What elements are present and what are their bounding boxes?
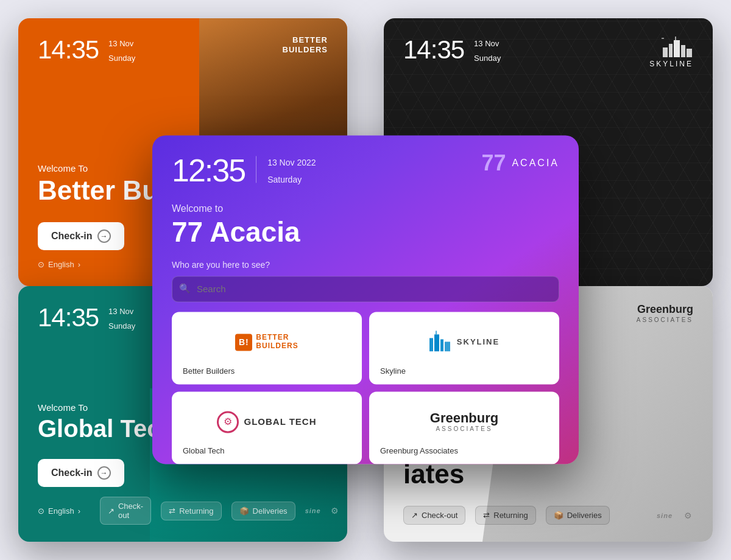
acacia-logo-mark: 77	[481, 152, 506, 174]
globaltech-text: GLOBAL TECH	[244, 416, 316, 427]
greenburg-logo: Greenburg ASSOCIATES	[637, 303, 693, 324]
tablet-search-section: Who are you here to see? 🔍	[152, 248, 579, 312]
skyline-company-text: SKYLINE	[457, 337, 500, 346]
global-tech-gear-icon[interactable]: ⚙	[331, 505, 339, 516]
bb-company-name: Better Builders	[183, 366, 351, 376]
greenburg-deliveries-button[interactable]: 📦 Deliveries	[546, 506, 610, 525]
svg-rect-2	[674, 40, 680, 57]
greenburg-logo-area-grid: Greenburg ASSOCIATES	[380, 404, 548, 440]
tablet-time-divider	[256, 156, 256, 183]
checkout-icon: ↗	[411, 511, 418, 520]
returning-icon: ⇄	[169, 506, 175, 516]
greenburg-sine-logo: sine	[657, 512, 673, 519]
global-tech-bottom-row: ⊙ English › ↗ Check-out ⇄ Returning 📦 De…	[38, 497, 328, 525]
search-label: Who are you here to see?	[172, 260, 559, 270]
tablet-time-block: 12:35 13 Nov 2022 Saturday	[172, 152, 316, 189]
skyline-time: 14:35	[403, 35, 464, 65]
bb-logo: BETTER BUILDERS	[283, 35, 328, 54]
company-grid: B! BETTER BUILDERS Better Builders	[152, 312, 579, 464]
bb-date-line2: Sunday	[108, 52, 135, 65]
svg-rect-1	[669, 44, 673, 57]
greenburg-company-name: Greenburg Associates	[380, 446, 548, 455]
skyline-date-line1: 13 Nov	[474, 38, 501, 50]
bb-date-line1: 13 Nov	[108, 38, 135, 50]
acacia-logo-text: ACACIA	[512, 158, 559, 169]
globaltech-logo-area: GLOBAL TECH	[183, 404, 351, 440]
bb-checkin-button[interactable]: Check-in →	[38, 222, 124, 250]
global-tech-checkout-button[interactable]: ↗ Check-out	[100, 497, 151, 525]
svg-rect-4	[687, 49, 692, 57]
bb-company-logo: B! BETTER BUILDERS	[235, 334, 298, 351]
tablet-header: 12:35 13 Nov 2022 Saturday 77 ACACIA	[152, 135, 579, 189]
skyline-date-line2: Sunday	[474, 52, 501, 65]
greenburg-bottom-row: ↗ Check-out ⇄ Returning 📦 Deliveries sin…	[403, 506, 693, 525]
chevron-icon: ›	[78, 260, 80, 269]
greenburg-company-logo: Greenburg ASSOCIATES	[430, 411, 498, 432]
globaltech-company-name: Global Tech	[183, 446, 351, 455]
globaltech-logo: GLOBAL TECH	[217, 411, 316, 433]
greenburg-checkout-button[interactable]: ↗ Check-out	[403, 506, 465, 525]
company-card-skyline[interactable]: SKYLINE Skyline	[369, 312, 559, 384]
global-tech-checkin-arrow: →	[97, 466, 111, 480]
svg-rect-10	[445, 341, 450, 351]
svg-rect-7	[429, 338, 433, 351]
company-card-globaltech[interactable]: GLOBAL TECH Global Tech	[172, 391, 362, 464]
bb-date: 13 Nov Sunday	[108, 35, 135, 64]
global-tech-date: 13 Nov Sunday	[108, 303, 135, 332]
tablet-welcome: Welcome to 77 Acacia	[152, 189, 579, 248]
skyline-logo: SKYLINE	[649, 35, 693, 68]
svg-rect-0	[663, 47, 668, 57]
bb-language-button[interactable]: ⊙ English ›	[38, 260, 80, 269]
search-input[interactable]	[172, 276, 559, 302]
globaltech-icon	[217, 411, 239, 433]
skyline-date: 13 Nov Sunday	[474, 35, 501, 64]
tablet-welcome-title: 77 Acacia	[172, 217, 559, 248]
global-tech-checkin-button[interactable]: Check-in →	[38, 459, 124, 487]
tablet-date-block: 13 Nov 2022 Saturday	[267, 152, 316, 187]
acacia-logo: 77 ACACIA	[481, 152, 559, 174]
tablet-card: 12:35 13 Nov 2022 Saturday 77 ACACIA Wel…	[152, 135, 579, 464]
bb-time: 14:35	[38, 35, 99, 65]
skyline-logo-text: SKYLINE	[649, 60, 693, 68]
skyline-logo-area-grid: SKYLINE	[380, 324, 548, 360]
svg-rect-9	[440, 339, 443, 351]
tablet-date-line1: 13 Nov 2022	[267, 156, 316, 169]
svg-rect-3	[681, 45, 685, 57]
checkout-icon: ↗	[108, 506, 115, 516]
tablet-time: 12:35	[172, 152, 245, 189]
company-card-greenburg[interactable]: Greenburg ASSOCIATES Greenburg Associate…	[369, 391, 559, 464]
tablet-inner: 12:35 13 Nov 2022 Saturday 77 ACACIA Wel…	[152, 135, 579, 464]
svg-rect-5	[662, 38, 664, 39]
globe-icon: ⊙	[38, 260, 44, 269]
skyline-company-logo: SKYLINE	[429, 329, 500, 355]
global-tech-sine-logo: sine	[305, 507, 321, 514]
globe-icon: ⊙	[38, 506, 44, 516]
deliveries-icon: 📦	[239, 506, 249, 516]
search-input-wrap: 🔍	[172, 276, 559, 302]
skyline-building-icon	[429, 329, 451, 355]
bb-company-icon: B!	[235, 334, 252, 351]
bb-logo-area-grid: B! BETTER BUILDERS	[183, 324, 351, 360]
greenburg-returning-button[interactable]: ⇄ Returning	[475, 506, 535, 525]
deliveries-icon: 📦	[554, 511, 563, 520]
global-tech-language-button[interactable]: ⊙ English ›	[38, 506, 80, 516]
global-tech-deliveries-button[interactable]: 📦 Deliveries	[231, 502, 295, 520]
greenburg-gear-icon[interactable]: ⚙	[682, 510, 693, 521]
svg-rect-6	[675, 37, 676, 40]
company-card-bb[interactable]: B! BETTER BUILDERS Better Builders	[172, 312, 362, 384]
global-tech-date-line2: Sunday	[108, 320, 135, 332]
returning-icon: ⇄	[483, 511, 490, 520]
skyline-logo-area: SKYLINE	[649, 35, 693, 68]
chevron-icon: ›	[78, 506, 80, 516]
tablet-welcome-label: Welcome to	[172, 203, 559, 214]
skyline-company-name: Skyline	[380, 366, 548, 376]
global-tech-returning-button[interactable]: ⇄ Returning	[161, 502, 221, 520]
global-tech-date-line1: 13 Nov	[108, 306, 135, 318]
svg-rect-8	[434, 334, 439, 351]
svg-rect-11	[436, 331, 437, 334]
bb-checkin-arrow: →	[97, 229, 111, 243]
global-tech-time: 14:35	[38, 303, 99, 332]
greenburg-logo-area: Greenburg ASSOCIATES	[637, 303, 693, 324]
bb-logo-area: BETTER BUILDERS	[283, 35, 328, 54]
search-icon: 🔍	[179, 283, 191, 294]
